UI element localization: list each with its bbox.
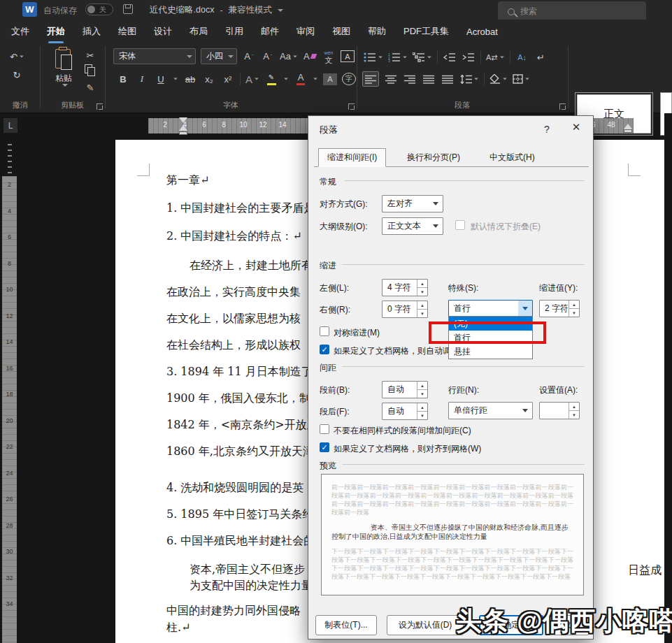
redo-icon[interactable]: ↻ xyxy=(10,67,24,82)
decrease-indent-icon[interactable] xyxy=(443,50,457,65)
tab-stop-selector[interactable]: L xyxy=(3,118,17,133)
tab-asian-typography[interactable]: 中文版式(H) xyxy=(480,148,544,167)
vertical-ruler[interactable]: 2 4 6 8 10 12 14 16 18 20 22 24 26 28 30… xyxy=(2,176,17,643)
align-right-icon[interactable] xyxy=(403,71,417,87)
tab-file[interactable]: 文件 xyxy=(11,25,29,38)
chevron-down-icon[interactable] xyxy=(518,403,532,419)
no-space-same-style-checkbox[interactable] xyxy=(320,424,329,434)
italic-icon[interactable]: I xyxy=(135,71,149,87)
change-case-icon[interactable]: Aa xyxy=(280,49,298,64)
superscript-icon[interactable]: x² xyxy=(221,71,235,87)
set-default-button[interactable]: 设为默认值(D) xyxy=(387,615,464,635)
snap-to-grid-checkbox[interactable] xyxy=(320,442,329,452)
tab-references[interactable]: 引用 xyxy=(225,25,243,38)
left-indent-marker[interactable] xyxy=(179,131,187,135)
increase-indent-icon[interactable] xyxy=(462,50,476,65)
copy-icon[interactable] xyxy=(85,64,92,73)
highlight-color-icon[interactable]: ✎ xyxy=(264,71,278,87)
tab-design[interactable]: 设计 xyxy=(154,25,172,38)
paste-icon[interactable] xyxy=(54,48,75,71)
tab-insert[interactable]: 插入 xyxy=(83,25,101,38)
clear-formatting-icon[interactable]: A xyxy=(303,49,317,64)
borders-icon[interactable] xyxy=(513,71,530,87)
underline-icon[interactable]: U xyxy=(154,71,168,87)
line-spacing-select[interactable]: 单倍行距 xyxy=(448,402,533,419)
tab-layout[interactable]: 布局 xyxy=(190,25,208,38)
format-painter-icon[interactable]: ✎ xyxy=(83,80,97,95)
shrink-font-icon[interactable]: Aˇ xyxy=(261,49,275,64)
numbered-list-icon[interactable]: 123 xyxy=(388,50,408,65)
subscript-icon[interactable]: x₂ xyxy=(202,71,216,87)
font-color-dropdown-icon[interactable] xyxy=(313,78,317,80)
character-border-icon[interactable]: A xyxy=(341,50,355,62)
spacing-at-spinner[interactable] xyxy=(539,402,580,419)
tab-mailings[interactable]: 邮件 xyxy=(261,25,279,38)
close-icon[interactable]: ✕ xyxy=(562,117,590,137)
asian-layout-icon[interactable]: A⇄ xyxy=(486,50,505,65)
enclose-characters-icon[interactable]: 字 xyxy=(342,73,356,85)
indent-left-spinner[interactable]: 4 字符 xyxy=(382,279,428,296)
help-icon[interactable]: ? xyxy=(539,122,555,137)
tab-pdf-tools[interactable]: PDF工具集 xyxy=(403,25,449,38)
chevron-down-icon[interactable] xyxy=(429,196,443,212)
space-before-spinner[interactable]: 自动 xyxy=(382,381,428,398)
show-marks-icon[interactable]: ↵ xyxy=(534,50,548,65)
tab-review[interactable]: 审阅 xyxy=(296,25,315,38)
bullet-list-icon[interactable] xyxy=(364,50,383,65)
indent-by-spinner[interactable]: 2 字符 xyxy=(539,300,580,317)
align-center-icon[interactable] xyxy=(384,71,398,87)
paste-dropdown-icon[interactable] xyxy=(62,84,68,87)
document-title[interactable]: 近代史缩略.docx - 兼容性模式 xyxy=(150,4,283,16)
grow-font-icon[interactable]: Aˆ xyxy=(242,49,256,64)
chevron-down-icon[interactable] xyxy=(429,218,443,234)
chevron-down-icon[interactable] xyxy=(518,301,532,317)
save-icon[interactable] xyxy=(123,4,133,14)
sort-icon[interactable]: A↓ xyxy=(515,50,529,65)
indent-right-spinner[interactable]: 0 字符 xyxy=(382,301,428,318)
highlight-dropdown-icon[interactable] xyxy=(284,78,288,80)
undo-icon[interactable]: ↶ xyxy=(10,49,24,64)
tab-view[interactable]: 视图 xyxy=(332,25,350,38)
tab-home[interactable]: 开始 xyxy=(47,25,65,38)
text-effects-icon[interactable]: A xyxy=(245,71,259,87)
multilevel-list-icon[interactable] xyxy=(413,50,432,65)
font-color-icon[interactable]: A xyxy=(294,71,308,87)
align-left-icon[interactable] xyxy=(362,71,379,87)
cut-icon[interactable]: ✂ xyxy=(83,48,97,63)
tab-acrobat[interactable]: Acrobat xyxy=(466,27,498,37)
justify-icon[interactable] xyxy=(422,71,436,87)
mirror-indents-checkbox[interactable] xyxy=(320,326,329,336)
bold-icon[interactable]: B xyxy=(116,71,130,87)
tab-draw[interactable]: 绘图 xyxy=(118,25,136,38)
font-size-select[interactable]: 小四 xyxy=(201,48,237,64)
right-indent-marker[interactable] xyxy=(624,124,632,129)
space-after-spinner[interactable]: 自动 xyxy=(382,403,428,420)
document-text[interactable]: 第一章↵ 1. 中国封建社会的主要矛盾是 2. 中国封建社会的特点：↵ 在经济上… xyxy=(166,140,308,643)
autosave-toggle[interactable]: 关 xyxy=(85,3,113,15)
alignment-select[interactable]: 左对齐 xyxy=(382,195,443,212)
distribute-icon[interactable] xyxy=(441,71,455,87)
tabs-button[interactable]: 制表位(T)... xyxy=(315,615,377,635)
first-line-indent-marker[interactable] xyxy=(179,117,187,123)
outline-level-select[interactable]: 正文文本 xyxy=(382,217,443,235)
strikethrough-icon[interactable]: ab xyxy=(183,71,197,87)
character-shading-icon[interactable]: A xyxy=(323,73,337,85)
right-indent-marker-base[interactable] xyxy=(624,129,632,133)
tab-help[interactable]: 帮助 xyxy=(368,25,386,38)
tab-indents-spacing[interactable]: 缩进和间距(I) xyxy=(318,148,386,167)
paragraph-dialog-launcher-icon[interactable] xyxy=(559,103,566,110)
tab-line-page-breaks[interactable]: 换行和分页(P) xyxy=(398,148,469,167)
phonetic-guide-icon[interactable]: wén文 xyxy=(322,49,336,64)
paste-label[interactable]: 粘贴 xyxy=(55,73,72,85)
line-spacing-icon[interactable] xyxy=(459,71,479,87)
hanging-indent-marker[interactable] xyxy=(179,125,187,131)
special-select[interactable]: 首行 xyxy=(448,300,533,317)
underline-dropdown-icon[interactable] xyxy=(173,78,178,80)
shading-icon[interactable] xyxy=(489,71,508,87)
option-hanging[interactable]: 悬挂 xyxy=(449,345,532,359)
font-family-select[interactable]: 宋体 xyxy=(113,48,196,64)
clipboard-dialog-launcher-icon[interactable] xyxy=(96,103,103,110)
font-dialog-launcher-icon[interactable] xyxy=(348,103,355,110)
grid-auto-adjust-checkbox[interactable] xyxy=(320,345,329,354)
search-input[interactable]: 搜索 xyxy=(498,1,646,22)
